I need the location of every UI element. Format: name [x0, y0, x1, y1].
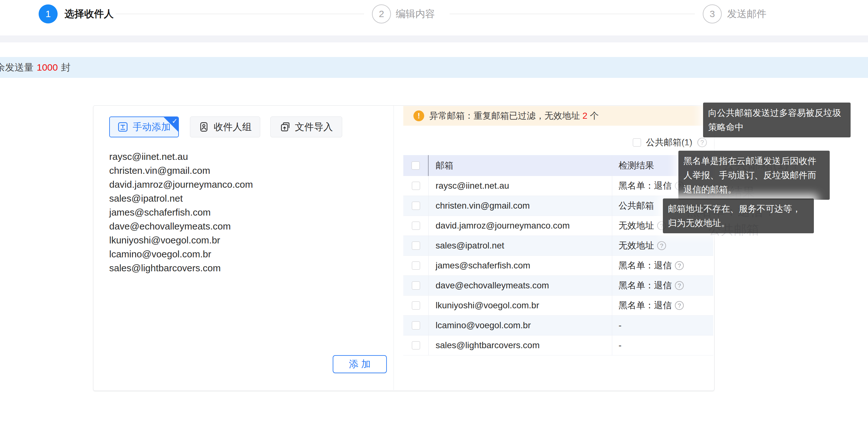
- table-row: sales@ipatrol.net 无效地址: [403, 236, 713, 256]
- warning-icon: [413, 111, 424, 121]
- step-2-number: 2: [379, 8, 384, 19]
- recipient-textarea[interactable]: raysc@iinet.net.au christen.vin@gmail.co…: [109, 150, 381, 346]
- row-status: 黑名单：退信: [619, 260, 672, 272]
- table-row: james@schaferfish.com 黑名单：退信: [403, 256, 713, 276]
- row-checkbox[interactable]: [412, 301, 420, 309]
- public-mailbox-checkbox[interactable]: [633, 138, 641, 147]
- recipient-email-line: james@schaferfish.com: [109, 205, 381, 219]
- detection-result-table: 邮箱 检测结果 raysc@iinet.net.au 黑名单：退信 christ…: [403, 155, 713, 356]
- step-2-circle: 2: [372, 4, 391, 23]
- warning-text: 异常邮箱：重复邮箱已过滤，无效地址: [429, 110, 580, 122]
- step-2-label: 编辑内容: [396, 8, 435, 19]
- tooltip-blacklist: 黑名单是指在云邮通发送后因收件人举报、手动退订、反垃圾邮件而退信的邮箱。: [678, 151, 830, 200]
- row-email: lcamino@voegol.com.br: [436, 320, 531, 330]
- row-email: dave@echovalleymeats.com: [436, 280, 549, 291]
- row-checkbox[interactable]: [412, 202, 420, 210]
- tooltip-public-mailbox: 向公共邮箱发送过多容易被反垃圾策略命中: [703, 102, 850, 138]
- quota-unit: 封: [61, 61, 70, 74]
- row-status: 黑名单：退信: [619, 180, 672, 192]
- quota-banner-text: 余发送量: [0, 61, 34, 74]
- recipient-email-line: raysc@iinet.net.au: [109, 150, 381, 164]
- tab-recipient-group-label: 收件人组: [214, 121, 252, 133]
- row-email: sales@ipatrol.net: [436, 241, 504, 251]
- row-checkbox[interactable]: [412, 242, 420, 250]
- table-row: sales@lightbarcovers.com -: [403, 335, 713, 356]
- add-button[interactable]: 添 加: [333, 355, 387, 373]
- column-header-email: 邮箱: [436, 159, 453, 172]
- file-import-icon: [280, 122, 290, 132]
- step-3-number: 3: [710, 8, 715, 19]
- table-row: dave@echovalleymeats.com 黑名单：退信: [403, 276, 713, 296]
- bulk-mail-send-page: 1 选择收件人 2 编辑内容 3 发送邮件 余发送量 1000 封 手动添加: [0, 0, 868, 421]
- quota-count: 1000: [37, 62, 58, 73]
- step-1-number: 1: [45, 8, 51, 19]
- selected-check-icon: [164, 117, 178, 132]
- recipient-group-icon: [198, 122, 209, 132]
- row-status: 无效地址: [619, 220, 654, 232]
- tab-manual-add[interactable]: 手动添加: [109, 117, 179, 138]
- step-3-circle: 3: [703, 4, 722, 23]
- public-mailbox-label: 公共邮箱(1): [646, 137, 692, 148]
- recipient-email-line: lkuniyoshi@voegol.com.br: [109, 233, 381, 247]
- row-status: 黑名单：退信: [619, 279, 672, 292]
- recipient-email-line: sales@ipatrol.net: [109, 191, 381, 205]
- public-mailbox-filter-row: 公共邮箱(1): [403, 134, 707, 151]
- row-email: james@schaferfish.com: [436, 261, 530, 271]
- help-icon[interactable]: [675, 261, 684, 270]
- quota-banner: 余发送量 1000 封: [0, 57, 868, 78]
- help-icon[interactable]: [657, 241, 666, 250]
- row-email: sales@lightbarcovers.com: [436, 340, 540, 351]
- row-checkbox[interactable]: [412, 262, 420, 270]
- step-1-label: 选择收件人: [65, 8, 114, 19]
- step-connector: [450, 13, 695, 14]
- help-icon[interactable]: [675, 281, 684, 290]
- column-header-result: 检测结果: [619, 159, 654, 172]
- tab-file-import[interactable]: 文件导入: [270, 117, 342, 138]
- panel-divider: [394, 106, 394, 390]
- recipient-email-line: christen.vin@gmail.com: [109, 164, 381, 178]
- manual-add-icon: [118, 122, 128, 132]
- help-icon[interactable]: [675, 301, 684, 310]
- warning-unit: 个: [590, 110, 599, 122]
- row-status: 无效地址: [619, 240, 654, 252]
- table-row: lkuniyoshi@voegol.com.br 黑名单：退信: [403, 296, 713, 315]
- row-status: -: [619, 320, 621, 330]
- step-connector: [116, 13, 364, 14]
- divider-strip: [0, 35, 868, 42]
- recipient-email-line: dave@echovalleymeats.com: [109, 219, 381, 233]
- row-checkbox[interactable]: [412, 182, 420, 190]
- recipient-email-line: sales@lightbarcovers.com: [109, 261, 381, 275]
- row-email: lkuniyoshi@voegol.com.br: [436, 300, 539, 310]
- step-3-label: 发送邮件: [727, 8, 766, 19]
- tooltip-invalid-address: 邮箱地址不存在、服务不可达等，归为无效地址。: [663, 199, 814, 233]
- table-row: raysc@iinet.net.au 黑名单：退信: [403, 176, 713, 196]
- table-header: 邮箱 检测结果: [403, 155, 713, 176]
- row-checkbox[interactable]: [412, 281, 420, 290]
- select-all-checkbox[interactable]: [411, 161, 420, 170]
- row-checkbox[interactable]: [412, 221, 420, 230]
- row-checkbox[interactable]: [412, 321, 420, 330]
- row-status: 公共邮箱: [619, 200, 654, 212]
- invalid-count: 2: [583, 111, 588, 121]
- row-checkbox[interactable]: [412, 341, 420, 350]
- row-status: 黑名单：退信: [619, 299, 672, 311]
- table-row: lcamino@voegol.com.br -: [403, 315, 713, 335]
- tab-recipient-group[interactable]: 收件人组: [190, 117, 260, 138]
- row-email: christen.vin@gmail.com: [436, 201, 530, 211]
- row-status: -: [619, 340, 621, 351]
- public-mailbox-help-icon[interactable]: [698, 138, 707, 147]
- recipient-email-line: lcamino@voegol.com.br: [109, 247, 381, 261]
- step-1-circle: 1: [39, 4, 58, 23]
- abnormal-warning-bar: 异常邮箱：重复邮箱已过滤，无效地址 2 个: [403, 106, 713, 126]
- row-email: david.jamroz@journeymanco.com: [436, 221, 570, 231]
- row-email: raysc@iinet.net.au: [436, 181, 509, 191]
- tab-file-import-label: 文件导入: [295, 121, 333, 133]
- recipient-email-line: david.jamroz@journeymanco.com: [109, 178, 381, 191]
